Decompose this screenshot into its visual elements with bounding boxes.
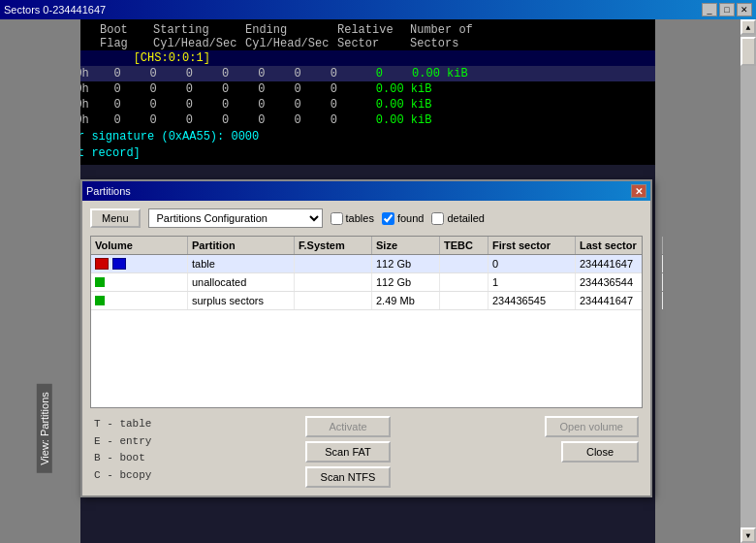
col-ending: EndingCyl/Head/Sec [245, 23, 337, 50]
td-vol-1 [91, 273, 188, 291]
detailed-label: detailed [447, 212, 485, 224]
scan-fat-button[interactable]: Scan FAT [305, 441, 392, 463]
dialog-body: Menu Partitions Configuration tables fou… [82, 201, 650, 495]
td-vol-0 [91, 255, 188, 272]
td-size-0: 112 Gb [372, 255, 440, 272]
minimize-button[interactable]: _ [702, 3, 717, 16]
legend-b: B - boot [94, 450, 151, 467]
th-last-sector: Last sector [576, 237, 663, 254]
detailed-checkbox[interactable] [431, 212, 444, 225]
row0-c1: 0 [113, 67, 142, 80]
scroll-up-button[interactable]: ▲ [740, 19, 756, 35]
td-last-2: 234441647 [576, 292, 663, 309]
td-partition-2: surplus sectors [188, 292, 295, 309]
th-fsystem: F.System [295, 237, 372, 254]
row0-c2: 0 [150, 67, 179, 80]
toolbar-row: Menu Partitions Configuration tables fou… [90, 208, 643, 228]
legend-e: E - entry [94, 433, 151, 451]
activate-button[interactable]: Activate [305, 416, 392, 437]
data-row-1: 00h 00h 0 0 0 0 0 0 0 0.00 kiB [8, 81, 748, 97]
td-size-1: 112 Gb [372, 273, 440, 291]
td-fsystem-1 [295, 273, 372, 291]
pgdn-line: [PgDn: next record] [8, 145, 748, 161]
td-last-0: 234441647 [576, 255, 663, 272]
found-label: found [397, 212, 425, 224]
vol-icon-green-2 [95, 296, 105, 305]
terminal-content: System ID BootFlag StartingCyl/Head/Sec … [0, 19, 756, 165]
main-close-button[interactable]: ✕ [737, 3, 752, 16]
bottom-section: T - table E - entry B - boot C - bcopy A… [90, 416, 643, 488]
view-label-area: View: Partitions [0, 421, 80, 436]
main-titlebar: Sectors 0-234441647 _ □ ✕ [0, 0, 756, 19]
td-vol-2 [91, 292, 188, 309]
close-button[interactable]: Close [561, 441, 639, 463]
row1-size: 0.00 kiB [376, 82, 432, 96]
td-first-0: 0 [488, 255, 576, 272]
scroll-thumb[interactable] [740, 37, 756, 66]
tables-checkbox[interactable] [331, 212, 343, 225]
column-headers: System ID BootFlag StartingCyl/Head/Sec … [8, 23, 748, 50]
row3-size: 0.00 kiB [376, 113, 432, 127]
row3-c4: 0 [222, 113, 251, 127]
phys-sec-row: phys.sec:0 [CHS:0:0:1] [8, 50, 748, 66]
row3-rel: 0 [331, 113, 369, 127]
th-first-sector: First sector [488, 237, 576, 254]
row0-size: 0 [376, 67, 405, 80]
legend-section: T - table E - entry B - boot C - bcopy [94, 416, 151, 484]
row1-c5: 0 [258, 82, 287, 96]
row2-c4: 0 [222, 98, 251, 112]
row3-c3: 0 [186, 113, 215, 127]
col-starting: StartingCyl/Head/Sec [153, 23, 245, 50]
table-row-2[interactable]: surplus sectors 2.49 Mb 234436545 234441… [91, 292, 642, 310]
row3-c6: 0 [294, 113, 323, 127]
tables-checkbox-label[interactable]: tables [331, 212, 374, 225]
maximize-button[interactable]: □ [719, 3, 735, 16]
menu-button[interactable]: Menu [90, 208, 141, 228]
table-row-0[interactable]: table 112 Gb 0 234441647 [91, 255, 642, 273]
table-row-1[interactable]: unallocated 112 Gb 1 234436544 [91, 273, 642, 292]
row2-c5: 0 [258, 98, 287, 112]
legend-t: T - table [94, 416, 151, 433]
vol-icon-blue [112, 258, 126, 270]
th-size: Size [372, 237, 440, 254]
detailed-checkbox-label[interactable]: detailed [431, 212, 485, 225]
table-empty-area [91, 310, 642, 407]
row1-c1: 0 [113, 82, 142, 96]
col-number: Number ofSectors [410, 23, 497, 50]
main-window: Sectors 0-234441647 _ □ ✕ System ID Boot… [0, 0, 756, 543]
row0-c3: 0 [186, 67, 215, 80]
row3-c2: 0 [150, 113, 179, 127]
tables-label: tables [346, 212, 374, 224]
col-boot: BootFlag [100, 23, 153, 50]
data-row-0: 00h 00h 0 0 0 0 0 0 0 0 0.00 kiB [8, 66, 748, 81]
row1-c6: 0 [294, 82, 323, 96]
row2-c6: 0 [294, 98, 323, 112]
scan-ntfs-button[interactable]: Scan NTFS [305, 466, 392, 488]
row3-c5: 0 [258, 113, 287, 127]
td-fsystem-0 [295, 255, 372, 272]
dialog-close-button[interactable]: ✕ [631, 184, 646, 198]
found-checkbox-label[interactable]: found [382, 212, 425, 225]
data-row-2: 00h 00h 0 0 0 0 0 0 0 0.00 kiB [8, 97, 748, 112]
td-last-1: 234436544 [576, 273, 663, 291]
td-partition-0: table [188, 255, 295, 272]
found-checkbox[interactable] [382, 212, 394, 225]
phys-sec-chs: [CHS:0:0:1] [134, 51, 210, 65]
main-scrollbar[interactable]: ▲ ▼ [740, 19, 756, 543]
open-volume-button[interactable]: Open volume [545, 416, 639, 437]
row2-c3: 0 [186, 98, 215, 112]
td-partition-1: unallocated [188, 273, 295, 291]
center-buttons: Activate Scan FAT Scan NTFS [305, 416, 392, 488]
config-dropdown[interactable]: Partitions Configuration [148, 208, 323, 228]
td-first-2: 234436545 [488, 292, 576, 309]
legend-c: C - bcopy [94, 467, 151, 485]
row1-c4: 0 [222, 82, 251, 96]
dialog-title: Partitions [86, 185, 131, 197]
scroll-down-button[interactable]: ▼ [740, 527, 756, 543]
row3-c1: 0 [113, 113, 142, 127]
row2-size: 0.00 kiB [376, 98, 432, 112]
boot-sig-line: Boot sector signature (0xAA55): 0000 [8, 128, 748, 145]
data-row-3: 00h 00h 0 0 0 0 0 0 0 0.00 kiB [8, 112, 748, 128]
td-tebc-1 [440, 273, 488, 291]
td-fsystem-2 [295, 292, 372, 309]
